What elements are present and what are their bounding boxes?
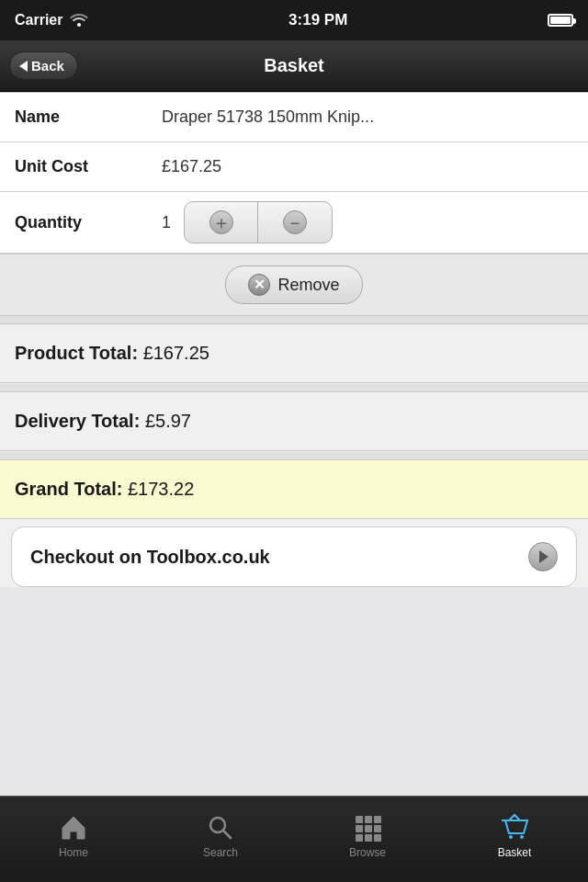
product-total-value: £167.25 (143, 343, 209, 363)
grand-total-label: Grand Total: £173.22 (15, 479, 194, 499)
minus-icon: － (283, 210, 307, 234)
nav-bar: Back Basket (0, 40, 588, 92)
remove-button[interactable]: ✕ Remove (225, 266, 362, 304)
tab-search[interactable]: Search (147, 797, 294, 882)
checkout-button[interactable]: Checkout on Toolbox.co.uk (11, 526, 577, 587)
home-icon (59, 813, 88, 842)
remove-row: ✕ Remove (0, 254, 588, 316)
quantity-row: Quantity 1 ＋ － (0, 192, 588, 254)
separator-2 (0, 384, 588, 391)
basket-icon (500, 813, 529, 842)
name-row: Name Draper 51738 150mm Knip... (0, 93, 588, 142)
quantity-controls: 1 ＋ － (162, 201, 333, 243)
tab-browse-label: Browse (349, 846, 386, 859)
svg-point-11 (509, 835, 513, 839)
svg-rect-6 (365, 825, 372, 832)
nav-title: Basket (264, 55, 324, 76)
quantity-label: Quantity (15, 213, 162, 232)
svg-rect-8 (356, 834, 363, 842)
quantity-decrease-button[interactable]: － (258, 202, 332, 243)
tab-home[interactable]: Home (0, 797, 147, 882)
remove-label: Remove (277, 276, 339, 295)
svg-rect-7 (374, 825, 381, 832)
tab-bar: Home Search Browse Basket (0, 796, 588, 882)
status-bar: Carrier 3:19 PM (0, 0, 588, 40)
name-label: Name (15, 107, 162, 127)
separator-3 (0, 452, 588, 459)
wifi-icon (70, 12, 88, 29)
remove-x-icon: ✕ (248, 274, 270, 296)
svg-rect-9 (365, 834, 372, 842)
separator-1 (0, 316, 588, 323)
tab-basket[interactable]: Basket (441, 797, 588, 882)
back-label: Back (31, 58, 64, 74)
product-table: Name Draper 51738 150mm Knip... Unit Cos… (0, 92, 588, 254)
delivery-total-row: Delivery Total: £5.97 (0, 391, 588, 451)
svg-line-1 (223, 831, 231, 838)
totals-section: Product Total: £167.25 Delivery Total: £… (0, 323, 588, 519)
svg-point-12 (520, 835, 524, 839)
quantity-value: 1 (162, 213, 171, 232)
tab-home-label: Home (59, 846, 88, 859)
browse-icon (353, 813, 382, 842)
tab-search-label: Search (203, 846, 238, 859)
delivery-total-value: £5.97 (145, 411, 191, 431)
carrier-label: Carrier (15, 12, 62, 28)
unit-cost-label: Unit Cost (15, 157, 162, 176)
grand-total-row: Grand Total: £173.22 (0, 459, 588, 519)
quantity-button-group: ＋ － (184, 201, 333, 243)
svg-rect-5 (356, 825, 363, 832)
product-total-row: Product Total: £167.25 (0, 323, 588, 383)
tab-basket-label: Basket (498, 846, 532, 859)
name-value: Draper 51738 150mm Knip... (162, 107, 374, 127)
back-chevron-icon (19, 61, 28, 72)
battery-icon (548, 14, 573, 27)
checkout-chevron-icon (528, 542, 558, 571)
svg-rect-3 (365, 816, 372, 823)
svg-rect-4 (374, 816, 381, 823)
grand-total-value: £173.22 (128, 479, 194, 499)
tab-browse[interactable]: Browse (294, 797, 441, 882)
content-area: Name Draper 51738 150mm Knip... Unit Cos… (0, 92, 588, 587)
svg-rect-2 (356, 816, 363, 823)
back-button[interactable]: Back (9, 51, 78, 80)
quantity-increase-button[interactable]: ＋ (185, 202, 258, 243)
status-time: 3:19 PM (288, 11, 347, 29)
svg-rect-10 (374, 834, 381, 842)
plus-icon: ＋ (209, 210, 233, 234)
checkout-label: Checkout on Toolbox.co.uk (30, 547, 270, 568)
delivery-total-label: Delivery Total: £5.97 (15, 411, 191, 431)
search-icon (206, 813, 235, 842)
product-total-label: Product Total: £167.25 (15, 343, 209, 363)
unit-cost-row: Unit Cost £167.25 (0, 142, 588, 192)
unit-cost-value: £167.25 (162, 157, 221, 176)
